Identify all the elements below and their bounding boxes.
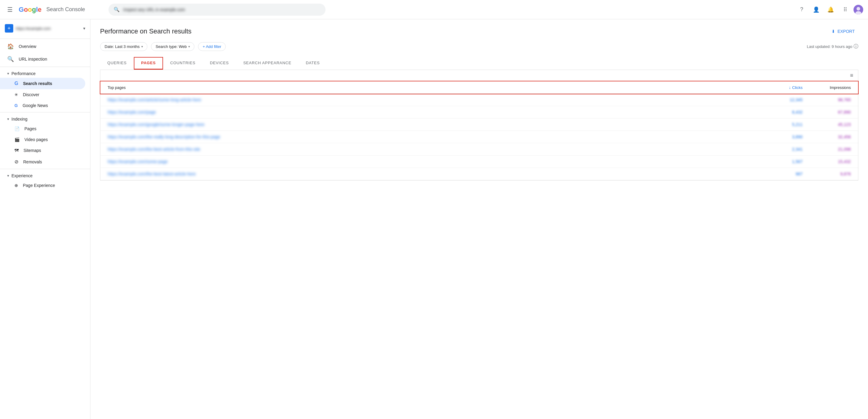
svg-point-1 (857, 7, 860, 10)
sidebar-divider-indexing (0, 112, 90, 113)
sidebar-item-page-experience[interactable]: ⊕ Page Experience (0, 180, 85, 191)
notifications-icon[interactable]: 🔔 (825, 4, 837, 16)
sidebar-divider-top (0, 38, 90, 39)
property-name: https://example.com (16, 26, 81, 31)
sidebar-section-experience-label: Experience (11, 173, 33, 178)
row-impressions-value-1: 67,890 (838, 110, 851, 115)
sidebar-section-performance[interactable]: ▾ Performance (0, 68, 90, 78)
account-circle-icon[interactable]: 👤 (810, 4, 822, 16)
last-updated-text: Last updated: 9 hours ago (807, 44, 852, 49)
pages-icon: 📄 (14, 126, 20, 131)
sidebar-section-indexing[interactable]: ▾ Indexing (0, 114, 90, 123)
row-clicks-value-3: 3,890 (792, 134, 803, 139)
row-impressions-4: 21,098 (803, 147, 851, 152)
google-news-icon: G (14, 103, 18, 108)
date-filter[interactable]: Date: Last 3 months ▾ (100, 42, 147, 51)
export-label: EXPORT (838, 29, 855, 34)
video-icon: 🎬 (14, 137, 20, 142)
row-url-1[interactable]: https://example.com/page (107, 110, 156, 115)
row-impressions-5: 15,432 (803, 159, 851, 164)
add-filter-button[interactable]: + Add filter (198, 42, 226, 51)
search-icon: 🔍 (114, 7, 120, 12)
tab-dates[interactable]: DATES (299, 57, 327, 70)
sidebar-item-pages[interactable]: 📄 Pages (0, 123, 85, 134)
col-header-clicks[interactable]: ↓ Clicks (754, 85, 803, 90)
sidebar-item-video-pages[interactable]: 🎬 Video pages (0, 134, 85, 145)
section-collapse-icon: ▾ (7, 71, 9, 76)
hamburger-icon[interactable]: ☰ (5, 4, 15, 16)
row-page-4: https://example.com/the-best-article-fro… (107, 147, 754, 152)
sidebar-item-search-results[interactable]: G Search results (0, 78, 85, 89)
download-icon: ⬇ (832, 29, 835, 34)
property-icon (5, 24, 13, 33)
tab-search-appearance[interactable]: SEARCH APPEARANCE (236, 57, 299, 70)
row-clicks-value-1: 8,432 (792, 110, 803, 115)
filters-bar: Date: Last 3 months ▾ Search type: Web ▾… (100, 42, 858, 51)
experience-collapse-icon: ▾ (7, 174, 9, 178)
tab-queries[interactable]: QUERIES (100, 57, 134, 70)
table-row: https://example.com/google/some-longer-p… (100, 118, 858, 131)
date-filter-label: Date: Last 3 months (104, 44, 140, 49)
page-title: Performance on Search results (100, 27, 191, 35)
row-url-5[interactable]: https://example.com/some-page (107, 159, 167, 164)
table-row: https://example.com/article/some-long-ar… (100, 94, 858, 106)
row-clicks-0: 12,345 (754, 97, 803, 102)
row-impressions-3: 32,456 (803, 134, 851, 139)
sidebar-section-experience[interactable]: ▾ Experience (0, 170, 90, 180)
page-header: Performance on Search results ⬇ EXPORT (100, 27, 858, 36)
row-clicks-value-2: 5,211 (792, 122, 803, 127)
row-clicks-2: 5,211 (754, 122, 803, 127)
row-url-4[interactable]: https://example.com/the-best-article-fro… (107, 147, 200, 152)
search-input[interactable] (123, 7, 320, 12)
search-icon: 🔍 (7, 56, 14, 62)
row-url-0[interactable]: https://example.com/article/some-long-ar… (107, 97, 201, 102)
row-clicks-value-5: 1,567 (792, 159, 803, 164)
row-impressions-6: 9,876 (803, 172, 851, 176)
topbar-left: ☰ Google Search Console (5, 4, 101, 16)
tabs: QUERIES PAGES COUNTRIES DEVICES SEARCH A… (100, 57, 858, 70)
filter-rows-icon[interactable]: ≡ (850, 72, 853, 79)
row-page-1: https://example.com/page (107, 110, 754, 115)
row-clicks-value-6: 987 (796, 172, 803, 176)
apps-icon[interactable]: ⠿ (839, 4, 851, 16)
help-icon[interactable]: ? (796, 4, 808, 16)
table-row: https://example.com/the-best-article-fro… (100, 143, 858, 155)
row-page-5: https://example.com/some-page (107, 159, 754, 164)
google-logo: Google (19, 6, 41, 13)
row-clicks-4: 2,341 (754, 147, 803, 152)
row-clicks-1: 8,432 (754, 110, 803, 115)
sidebar-item-url-inspection[interactable]: 🔍 URL inspection (0, 53, 85, 65)
row-url-6[interactable]: https://example.com/the-best-latest-arti… (107, 172, 196, 176)
url-inspect-bar[interactable]: 🔍 (108, 4, 326, 16)
row-impressions-2: 45,123 (803, 122, 851, 127)
sidebar-item-removals[interactable]: ⊘ Removals (0, 156, 85, 168)
property-selector[interactable]: https://example.com ▾ (0, 22, 90, 37)
tab-devices[interactable]: DEVICES (203, 57, 236, 70)
data-table: ≡ Top pages ↓ Clicks Impressions https:/… (100, 70, 858, 181)
row-impressions-value-4: 21,098 (838, 147, 851, 152)
sidebar-item-sitemaps[interactable]: 🗺 Sitemaps (0, 145, 85, 156)
topbar: ☰ Google Search Console 🔍 ? 👤 🔔 ⠿ (0, 0, 868, 19)
row-impressions-value-2: 45,123 (838, 122, 851, 127)
col-header-pages: Top pages (107, 85, 754, 90)
search-type-arrow-icon: ▾ (188, 45, 190, 48)
sidebar-item-google-news[interactable]: G Google News (0, 100, 85, 111)
row-clicks-6: 987 (754, 172, 803, 176)
row-clicks-5: 1,567 (754, 159, 803, 164)
sidebar-item-overview[interactable]: 🏠 Overview (0, 40, 85, 53)
sidebar-section-indexing-label: Indexing (11, 117, 27, 121)
sidebar-item-discover[interactable]: ✳ Discover (0, 89, 85, 100)
avatar[interactable] (854, 5, 863, 14)
export-button[interactable]: ⬇ EXPORT (828, 27, 858, 36)
tab-pages[interactable]: PAGES (134, 57, 163, 70)
sitemap-icon: 🗺 (14, 148, 19, 153)
tab-countries[interactable]: COUNTRIES (163, 57, 203, 70)
row-url-3[interactable]: https://example.com/the-really-long-desc… (107, 134, 220, 139)
row-url-2[interactable]: https://example.com/google/some-longer-p… (107, 122, 204, 127)
search-type-label: Search type: Web (156, 44, 187, 49)
table-header: Top pages ↓ Clicks Impressions (100, 81, 858, 94)
search-type-filter[interactable]: Search type: Web ▾ (151, 42, 194, 51)
google-g-icon: G (14, 81, 18, 86)
add-filter-label: + Add filter (203, 44, 221, 49)
row-page-0: https://example.com/article/some-long-ar… (107, 97, 754, 102)
